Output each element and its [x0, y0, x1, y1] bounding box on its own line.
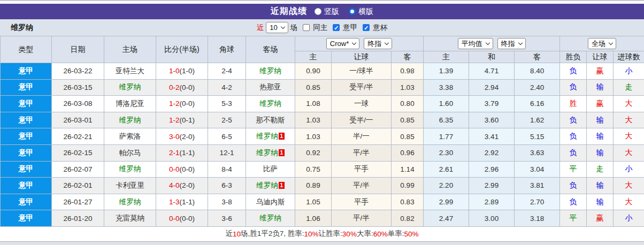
match-row: 意甲26-02-21萨索洛3-0(2-0)6-5维罗纳11.03半/一0.851… — [1, 128, 644, 145]
goals-result-cell: 大 — [614, 96, 644, 112]
checkbox-serie-a[interactable] — [333, 24, 340, 31]
odds-stage-select[interactable]: 终指 — [364, 38, 392, 49]
radio-horizontal-layout[interactable]: 横版 — [349, 7, 373, 17]
average-value: 平均值 — [462, 39, 482, 49]
date-cell: 26-02-01 — [52, 178, 104, 194]
home-odds-cell: 1.08 — [295, 96, 332, 112]
header-date: 日期 — [52, 36, 104, 63]
date-cell: 26-03-01 — [52, 112, 104, 128]
home-team-cell: 卡利亚里 — [104, 178, 156, 194]
away-team-cell: 乌迪内斯 — [246, 194, 295, 210]
avg-away-cell: 1.62 — [515, 112, 560, 128]
filter-row: 维罗纳 近 10 场 同主 意甲 意杯 — [0, 19, 644, 36]
header-corner: 角球 — [208, 36, 246, 63]
radio-checked-icon[interactable] — [349, 8, 356, 15]
away-odds-cell: 0.85 — [392, 112, 424, 128]
scope-select[interactable]: 全场 — [588, 38, 616, 49]
avg-away-cell: 3.04 — [515, 161, 560, 178]
odds-company-select[interactable]: Crow* — [326, 38, 359, 49]
home-odds-cell: 0.92 — [295, 144, 332, 161]
avg-home-cell: 2.61 — [424, 161, 469, 178]
games-label: 场 — [290, 23, 298, 33]
result-cell: 负 — [560, 112, 587, 128]
odds-company-value: Crow* — [330, 40, 349, 48]
away-odds-cell: 1.03 — [392, 79, 424, 96]
red-card-badge: 1 — [279, 182, 285, 189]
summary-segment: 近 — [226, 229, 233, 239]
away-team-cell: 热那亚 — [246, 79, 295, 96]
home-team-cell: 维罗纳 — [104, 161, 156, 178]
away-team-cell: 比萨 — [246, 161, 295, 178]
handicap-result-cell: 输 — [587, 144, 614, 161]
result-cell: 平 — [560, 210, 587, 227]
layout-radio-group: 竖版 横版 — [315, 7, 373, 17]
corner-cell: 12-1 — [208, 144, 246, 161]
result-cell: 负 — [560, 79, 587, 96]
radio-vertical-layout[interactable]: 竖版 — [315, 7, 339, 17]
summary-segment: 10% — [304, 230, 319, 238]
handicap-cell: 一球 — [332, 96, 392, 112]
avg-draw-cell: 3.41 — [469, 128, 515, 145]
date-cell: 26-03-08 — [52, 96, 104, 112]
header-type: 类型 — [1, 36, 52, 63]
result-cell: 胜 — [560, 96, 587, 112]
score-cell: 0-0(0-0) — [156, 210, 208, 227]
summary-segment: 大率: — [357, 229, 373, 239]
away-odds-cell: 0.96 — [392, 144, 424, 161]
handicap-cell: 平/半 — [332, 144, 392, 161]
score-cell: 3-0(2-0) — [156, 128, 208, 145]
recent-count-select[interactable]: 10 — [266, 22, 288, 33]
home-odds-cell: 0.89 — [295, 178, 332, 194]
radio-unchecked-icon[interactable] — [315, 8, 321, 15]
result-cell: 负 — [560, 144, 587, 161]
away-odds-cell: 0.82 — [392, 210, 424, 227]
date-cell: 26-01-27 — [52, 194, 104, 210]
team-name: 维罗纳 — [11, 23, 33, 33]
handicap-cell: 平手 — [332, 161, 392, 178]
avg-draw-cell: 3.79 — [469, 96, 515, 112]
checkbox-italy-cup[interactable] — [363, 24, 370, 31]
subheader-avg-away: 客 — [515, 51, 560, 63]
league-cell: 意甲 — [1, 96, 52, 112]
away-team-cell: 维罗纳1 — [246, 144, 295, 161]
handicap-result-cell: 赢 — [587, 210, 614, 227]
subheader-away-odds: 客 — [392, 51, 424, 63]
league-cell: 意甲 — [1, 112, 52, 128]
checkbox-same-home[interactable] — [303, 24, 310, 31]
goals-result-cell: 大 — [614, 144, 644, 161]
league-cell: 意甲 — [1, 210, 52, 227]
match-row: 意甲26-02-01卡利亚里4-0(2-0)6-3维罗纳10.89平/半0.99… — [1, 178, 644, 194]
date-cell: 26-02-15 — [52, 144, 104, 161]
goals-result-cell: 小 — [614, 210, 644, 227]
league-cell: 意甲 — [1, 161, 52, 178]
match-row: 意甲26-03-15维罗纳0-2(0-0)4-2热那亚0.85受平/半1.033… — [1, 79, 644, 96]
avg-home-cell: 1.39 — [424, 63, 469, 80]
checkbox-same-home-label: 同主 — [313, 23, 327, 33]
average-stage-select[interactable]: 终指 — [497, 38, 526, 49]
scope-section: 全场 — [560, 36, 644, 51]
results-table: 类型 日期 主场 比分(半场) 角球 客场 Crow* 终指 — [0, 36, 644, 227]
league-cell: 意甲 — [1, 128, 52, 145]
home-team-cell: 维罗纳 — [104, 79, 156, 96]
home-team-cell: 博洛尼亚 — [104, 96, 156, 112]
handicap-cell: 平/半 — [332, 210, 392, 227]
corner-cell: 3-8 — [208, 194, 246, 210]
handicap-cell: 平手 — [332, 194, 392, 210]
handicap-result-cell: 输 — [587, 112, 614, 128]
average-select[interactable]: 平均值 — [458, 38, 493, 49]
average-stage-value: 终指 — [501, 39, 515, 49]
corner-cell: 5-3 — [208, 96, 246, 112]
avg-home-cell: 1.77 — [424, 128, 469, 145]
score-cell: 2-1(1-1) — [156, 144, 208, 161]
page-title: 近期战绩 — [271, 6, 307, 17]
checkbox-italy-cup-label: 意杯 — [373, 23, 387, 33]
match-row: 意甲26-01-20克雷莫纳0-0(0-0)3-6维罗纳1.06平/半0.822… — [1, 210, 644, 227]
match-row: 意甲26-02-07维罗纳0-0(0-0)8-4比萨0.75平手1.142.61… — [1, 161, 644, 178]
summary-line: 近10场,胜1平2负7, 胜率:10% 让胜率:30% 大率:60% 单率:50… — [0, 227, 644, 241]
corner-cell: 8-4 — [208, 161, 246, 178]
corner-cell: 6-3 — [208, 178, 246, 194]
match-row: 意甲26-03-08博洛尼亚1-2(0-0)5-3维罗纳1.08一球0.801.… — [1, 96, 644, 112]
result-cell: 平 — [560, 161, 587, 178]
home-odds-cell: 0.85 — [295, 79, 332, 96]
home-team-cell: 克雷莫纳 — [104, 210, 156, 227]
